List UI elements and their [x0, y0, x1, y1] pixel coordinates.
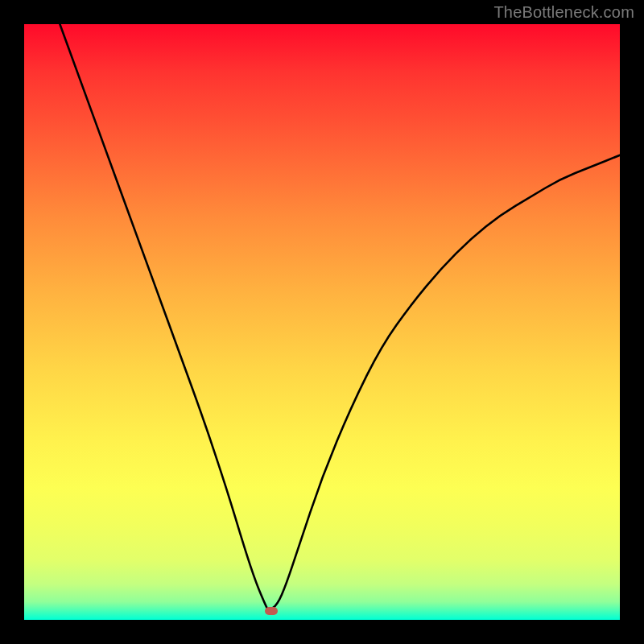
chart-plot-area [24, 24, 620, 620]
bottleneck-curve [60, 24, 620, 609]
optimal-point-marker [265, 607, 278, 615]
watermark-text: TheBottleneck.com [493, 3, 634, 22]
curve-svg [24, 24, 620, 620]
